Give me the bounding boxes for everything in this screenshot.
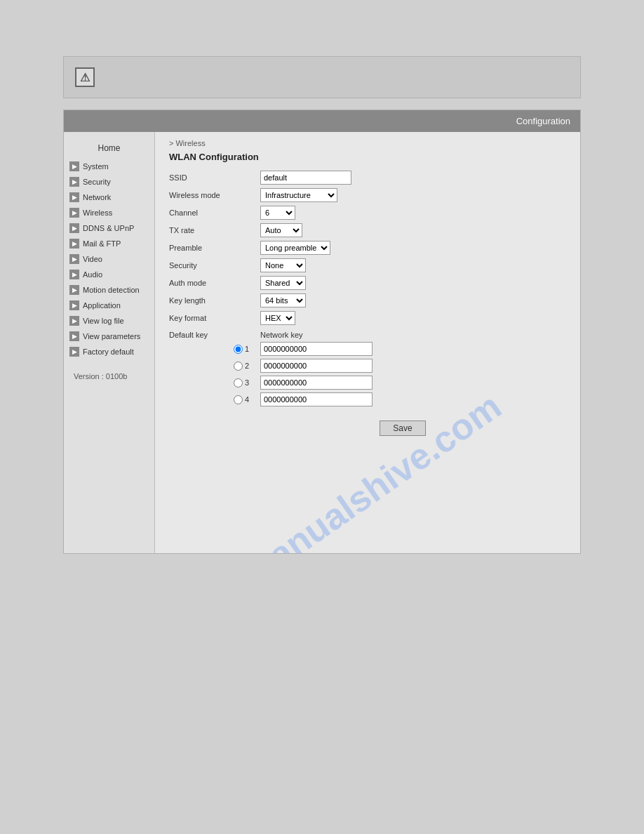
default-key-header-label: Default key [169,331,260,339]
key-radio-label-3[interactable]: 3 [234,378,249,388]
key-input-cell-3 [260,376,373,390]
preamble-control: Long preamble Short preamble [260,241,330,255]
key-input-cell-4 [260,392,373,406]
keys-header: Default key Network key [169,331,566,339]
sidebar-item-network[interactable]: ▶ Network [64,190,154,205]
preamble-row: Preamble Long preamble Short preamble [169,241,566,255]
sidebar: Home ▶ System ▶ Security ▶ Network ▶ [64,132,155,553]
sidebar-version: Version : 0100b [64,365,154,388]
arrow-icon: ▶ [69,347,79,357]
sidebar-item-system[interactable]: ▶ System [64,159,154,174]
tx-rate-control: Auto [260,223,302,237]
auth-mode-row: Auth mode Shared Open [169,276,566,290]
key-radio-label-2[interactable]: 2 [234,362,249,371]
key-input-1[interactable] [260,342,373,356]
sidebar-item-label: Security [83,178,111,186]
network-key-header-label: Network key [260,331,303,339]
sidebar-item-factory-default[interactable]: ▶ Factory default [64,344,154,359]
ssid-input[interactable] [260,171,351,185]
sidebar-item-mail-ftp[interactable]: ▶ Mail & FTP [64,236,154,251]
sidebar-item-label: View parameters [83,332,140,340]
key-radio-cell-1: 1 [169,345,260,354]
key-length-row: Key length 64 bits 128 bits [169,293,566,307]
sidebar-item-label: System [83,162,109,171]
save-button[interactable]: Save [380,421,425,436]
key-radio-3[interactable] [234,378,243,388]
security-select[interactable]: None WEP WPA [260,258,306,272]
security-label: Security [169,261,260,270]
key-radio-label-4[interactable]: 4 [234,395,249,404]
key-radio-2[interactable] [234,362,243,371]
section-title: WLAN Configuration [169,152,566,162]
key-length-select[interactable]: 64 bits 128 bits [260,293,306,307]
key-radio-cell-2: 2 [169,362,260,371]
key-radio-cell-4: 4 [169,395,260,404]
channel-select[interactable]: 6 [260,206,295,220]
arrow-icon: ▶ [69,161,79,171]
auth-mode-select[interactable]: Shared Open [260,276,306,290]
arrow-icon: ▶ [69,254,79,264]
key-row-4: 4 [169,392,566,406]
arrow-icon: ▶ [69,192,79,202]
sidebar-item-label: Audio [83,270,102,279]
sidebar-item-application[interactable]: ▶ Application [64,298,154,313]
key-length-control: 64 bits 128 bits [260,293,306,307]
key-radio-label-1[interactable]: 1 [234,345,249,354]
auth-mode-control: Shared Open [260,276,306,290]
channel-row: Channel 6 [169,206,566,220]
wireless-mode-select[interactable]: Infrastructure Ad-Hoc [260,188,337,202]
arrow-icon: ▶ [69,177,79,187]
wireless-mode-control: Infrastructure Ad-Hoc [260,188,337,202]
key-length-label: Key length [169,296,260,305]
sidebar-item-label: Video [83,255,102,263]
key-format-control: HEX ASCII [260,311,295,325]
tx-rate-row: TX rate Auto [169,223,566,237]
panel-header: Configuration [64,110,580,132]
arrow-icon: ▶ [69,300,79,310]
sidebar-item-label: DDNS & UPnP [83,224,134,232]
key-radio-4[interactable] [234,395,243,404]
save-row: Save [239,421,566,436]
main-panel: Configuration Home ▶ System ▶ Security [63,110,581,554]
sidebar-item-label: Network [83,193,111,201]
arrow-icon: ▶ [69,208,79,218]
preamble-select[interactable]: Long preamble Short preamble [260,241,330,255]
keys-section: Default key Network key 1 [169,331,566,406]
sidebar-item-home[interactable]: Home [64,139,154,159]
sidebar-item-label: View log file [83,317,124,325]
ssid-label: SSID [169,173,260,182]
panel-body: Home ▶ System ▶ Security ▶ Network ▶ [64,132,580,553]
sidebar-item-view-log-file[interactable]: ▶ View log file [64,313,154,329]
arrow-icon: ▶ [69,331,79,341]
sidebar-item-security[interactable]: ▶ Security [64,174,154,190]
arrow-icon: ▶ [69,316,79,326]
ssid-row: SSID [169,171,566,185]
key-format-select[interactable]: HEX ASCII [260,311,295,325]
arrow-icon: ▶ [69,270,79,279]
key-radio-1[interactable] [234,345,243,354]
wireless-mode-label: Wireless mode [169,191,260,199]
tx-rate-select[interactable]: Auto [260,223,302,237]
key-radio-cell-3: 3 [169,378,260,388]
sidebar-item-motion-detection[interactable]: ▶ Motion detection [64,282,154,298]
key-row-3: 3 [169,376,566,390]
sidebar-item-audio[interactable]: ▶ Audio [64,267,154,282]
arrow-icon: ▶ [69,223,79,233]
sidebar-item-wireless[interactable]: ▶ Wireless [64,205,154,220]
warning-bar: ⚠ [63,56,581,98]
wireless-mode-row: Wireless mode Infrastructure Ad-Hoc [169,188,566,202]
key-format-label: Key format [169,314,260,322]
key-row-2: 2 [169,359,566,373]
channel-label: Channel [169,208,260,217]
key-input-2[interactable] [260,359,373,373]
arrow-icon: ▶ [69,239,79,249]
key-input-4[interactable] [260,392,373,406]
sidebar-item-video[interactable]: ▶ Video [64,251,154,267]
key-input-3[interactable] [260,376,373,390]
panel-title: Configuration [516,116,570,126]
key-input-cell-1 [260,342,373,356]
channel-control: 6 [260,206,295,220]
auth-mode-label: Auth mode [169,279,260,287]
sidebar-item-view-parameters[interactable]: ▶ View parameters [64,329,154,344]
sidebar-item-ddns-upnp[interactable]: ▶ DDNS & UPnP [64,220,154,236]
